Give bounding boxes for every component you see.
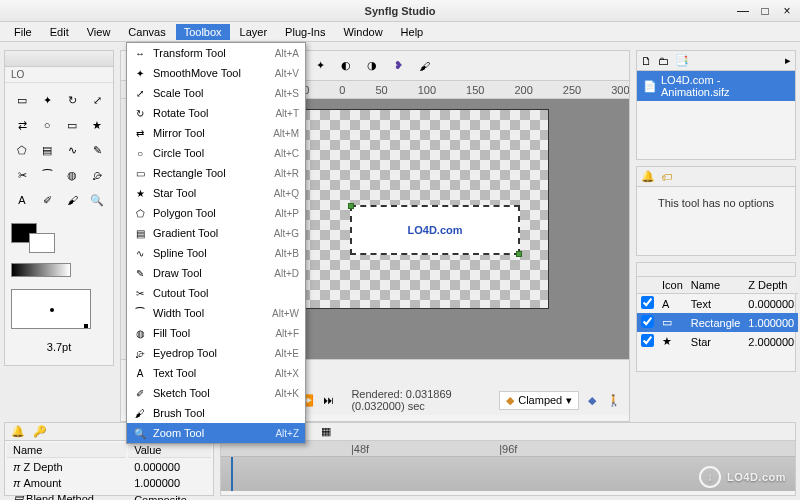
menu-item-smoothmove-tool[interactable]: ✦SmoothMove ToolAlt+V xyxy=(127,63,305,83)
menu-item-fill-tool[interactable]: ◍Fill ToolAlt+F xyxy=(127,323,305,343)
menu-item-circle-tool[interactable]: ○Circle ToolAlt+C xyxy=(127,143,305,163)
menu-item-spline-tool[interactable]: ∿Spline ToolAlt+B xyxy=(127,243,305,263)
tool-icon: ⌮ xyxy=(133,346,147,360)
timeline-ruler[interactable]: |48f |96f xyxy=(221,441,795,457)
menu-item-transform-tool[interactable]: ↔Transform ToolAlt+A xyxy=(127,43,305,63)
palette-tool-0[interactable]: ▭ xyxy=(11,89,33,111)
new-file-icon[interactable]: 🗋 xyxy=(641,55,652,67)
menu-help[interactable]: Help xyxy=(393,24,432,40)
key-tab-icon[interactable]: 🔑 xyxy=(33,425,47,438)
menu-item-zoom-tool[interactable]: 🔍Zoom ToolAlt+Z xyxy=(127,423,305,443)
palette-tool-1[interactable]: ✦ xyxy=(36,89,58,111)
palette-tool-4[interactable]: ⇄ xyxy=(11,114,33,136)
close-icon[interactable]: × xyxy=(780,4,794,18)
palette-tool-9[interactable]: ▤ xyxy=(36,139,58,161)
palette-tool-11[interactable]: ✎ xyxy=(86,139,108,161)
palette-tool-7[interactable]: ★ xyxy=(86,114,108,136)
wand-icon[interactable]: ✦ xyxy=(309,55,331,77)
person-icon[interactable]: 🚶 xyxy=(605,389,623,411)
open-file-icon[interactable]: 🗀 xyxy=(658,55,669,67)
duplicate-icon[interactable]: 📑 xyxy=(675,54,689,67)
param-row[interactable]: ▤ Blend MethodComposite xyxy=(7,492,211,500)
palette-tool-12[interactable]: ✂ xyxy=(11,164,33,186)
menu-edit[interactable]: Edit xyxy=(42,24,77,40)
tool-icon: ✦ xyxy=(133,66,147,80)
palette-tool-6[interactable]: ▭ xyxy=(61,114,83,136)
layer-row[interactable]: AText0.000000 xyxy=(637,294,798,314)
text-layer[interactable]: LO4D.com xyxy=(350,205,520,255)
chevron-icon[interactable]: ▸ xyxy=(785,54,791,67)
param-row[interactable]: π Amount1.000000 xyxy=(7,476,211,490)
palette-tool-14[interactable]: ◍ xyxy=(61,164,83,186)
bell-icon[interactable]: 🔔 xyxy=(641,170,655,183)
params-tab-icon[interactable]: 🔔 xyxy=(11,425,25,438)
menu-item-rectangle-tool[interactable]: ▭Rectangle ToolAlt+R xyxy=(127,163,305,183)
palette-tool-16[interactable]: A xyxy=(11,189,33,211)
keyframe-icon[interactable]: ◆ xyxy=(583,389,601,411)
layer-visible-checkbox[interactable] xyxy=(641,296,654,309)
menu-item-mirror-tool[interactable]: ⇄Mirror ToolAlt+M xyxy=(127,123,305,143)
eye-icon[interactable]: ◑ xyxy=(361,55,383,77)
menu-window[interactable]: Window xyxy=(335,24,390,40)
layer-row[interactable]: ▭Rectangle1.000000 xyxy=(637,313,798,332)
menu-plug-ins[interactable]: Plug-Ins xyxy=(277,24,333,40)
maximize-icon[interactable]: □ xyxy=(758,4,772,18)
palette-tool-8[interactable]: ⬠ xyxy=(11,139,33,161)
palette-tool-19[interactable]: 🔍 xyxy=(86,189,108,211)
grid-icon[interactable]: ▦ xyxy=(321,425,331,438)
bg-color-swatch[interactable] xyxy=(29,233,55,253)
layer-visible-checkbox[interactable] xyxy=(641,334,654,347)
palette-tool-18[interactable]: 🖌 xyxy=(61,189,83,211)
palette-tool-17[interactable]: ✐ xyxy=(36,189,58,211)
snap-icon[interactable]: ◐ xyxy=(335,55,357,77)
layer-visible-checkbox[interactable] xyxy=(641,315,654,328)
menu-item-rotate-tool[interactable]: ↻Rotate ToolAlt+T xyxy=(127,103,305,123)
menu-view[interactable]: View xyxy=(79,24,119,40)
menu-item-cutout-tool[interactable]: ✂Cutout Tool xyxy=(127,283,305,303)
tool-icon: ∿ xyxy=(133,246,147,260)
param-row[interactable]: π Z Depth0.000000 xyxy=(7,460,211,474)
palette-tool-3[interactable]: ⤢ xyxy=(86,89,108,111)
menu-item-brush-tool[interactable]: 🖌Brush Tool xyxy=(127,403,305,423)
palette-tool-15[interactable]: ⌮ xyxy=(86,164,108,186)
handle-icon[interactable] xyxy=(516,251,522,257)
menu-item-draw-tool[interactable]: ✎Draw ToolAlt+D xyxy=(127,263,305,283)
palette-tool-10[interactable]: ∿ xyxy=(61,139,83,161)
brush-preview xyxy=(11,289,91,329)
menu-item-eyedrop-tool[interactable]: ⌮Eyedrop ToolAlt+E xyxy=(127,343,305,363)
tag-icon[interactable]: 🏷 xyxy=(661,171,672,183)
menu-item-text-tool[interactable]: AText ToolAlt+X xyxy=(127,363,305,383)
menu-layer[interactable]: Layer xyxy=(232,24,276,40)
panel-tab[interactable]: LO xyxy=(5,67,113,83)
interpolation-select[interactable]: ◆ Clamped ▾ xyxy=(499,391,579,410)
layer-row[interactable]: ★Star2.000000 xyxy=(637,332,798,351)
menu-item-scale-tool[interactable]: ⤢Scale ToolAlt+S xyxy=(127,83,305,103)
menu-file[interactable]: File xyxy=(6,24,40,40)
tool-palette-panel: LO ▭✦↻⤢⇄○▭★⬠▤∿✎✂⁀◍⌮A✐🖌🔍 3.7pt xyxy=(4,50,114,366)
tool-icon: ↻ xyxy=(133,106,147,120)
leaf-icon[interactable]: ❥ xyxy=(387,55,409,77)
handle-icon[interactable] xyxy=(348,203,354,209)
palette-tool-5[interactable]: ○ xyxy=(36,114,58,136)
seek-end-icon[interactable]: ⏭ xyxy=(320,389,338,411)
file-item[interactable]: 📄 LO4D.com - Animation.sifz xyxy=(637,71,795,101)
panel-header[interactable] xyxy=(5,51,113,67)
timeline-cursor[interactable] xyxy=(231,457,233,491)
menu-canvas[interactable]: Canvas xyxy=(120,24,173,40)
menu-item-width-tool[interactable]: ⁀Width ToolAlt+W xyxy=(127,303,305,323)
minimize-icon[interactable]: — xyxy=(736,4,750,18)
app-title: Synflg Studio xyxy=(365,5,436,17)
chevron-down-icon: ▾ xyxy=(566,394,572,407)
palette-tool-2[interactable]: ↻ xyxy=(61,89,83,111)
menu-item-star-tool[interactable]: ★Star ToolAlt+Q xyxy=(127,183,305,203)
tool-icon: 🔍 xyxy=(133,426,147,440)
palette-tool-13[interactable]: ⁀ xyxy=(36,164,58,186)
menu-toolbox[interactable]: Toolbox xyxy=(176,24,230,40)
menu-item-gradient-tool[interactable]: ▤Gradient ToolAlt+G xyxy=(127,223,305,243)
gradient-swatch[interactable] xyxy=(11,263,71,277)
brush-icon[interactable]: 🖌 xyxy=(413,55,435,77)
menu-item-sketch-tool[interactable]: ✐Sketch ToolAlt+K xyxy=(127,383,305,403)
tool-icon: ▤ xyxy=(133,226,147,240)
timeline-track[interactable] xyxy=(221,457,795,491)
menu-item-polygon-tool[interactable]: ⬠Polygon ToolAlt+P xyxy=(127,203,305,223)
